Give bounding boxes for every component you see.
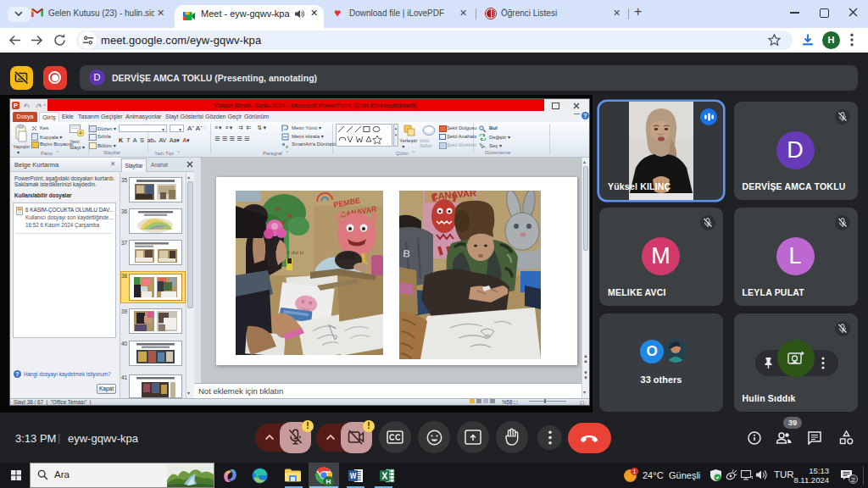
svg-text:B: B: [403, 247, 411, 260]
